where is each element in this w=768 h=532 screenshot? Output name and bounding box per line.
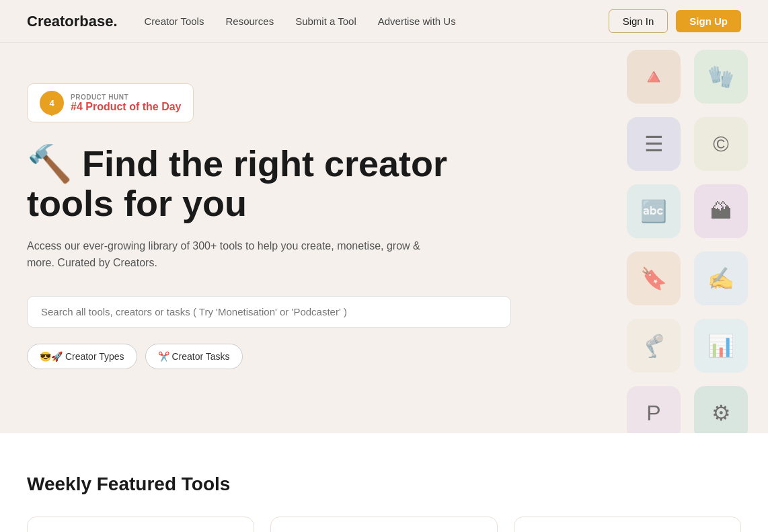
hero-section: 4 PRODUCT HUNT #4 Product of the Day 🔨 F… [0, 43, 768, 433]
featured-section: Weekly Featured Tools mailerliteMailerLi… [0, 433, 768, 532]
badge-number: 4 [40, 91, 64, 115]
deco-icon-2: ☰ [627, 117, 681, 171]
deco-icon-5: 🏔 [694, 184, 748, 238]
hero-content: 4 PRODUCT HUNT #4 Product of the Day 🔨 F… [27, 83, 538, 369]
filter-creator-tasks[interactable]: ✂️ Creator Tasks [145, 344, 243, 369]
nav-link-creator-tools[interactable]: Creator Tools [145, 15, 204, 27]
tools-grid: mailerliteMailerLiteCreate email marketi… [27, 517, 741, 532]
nav-left: Creatorbase. Creator ToolsResourcesSubmi… [27, 13, 456, 30]
badge-label: PRODUCT HUNT [71, 93, 181, 101]
section-title: Weekly Featured Tools [27, 473, 741, 495]
signin-button[interactable]: Sign In [609, 9, 668, 33]
tool-card-webflow[interactable]: WWebflowWebflow empowers designers to bu… [270, 517, 498, 532]
deco-icon-3: © [694, 117, 748, 171]
badge-text: PRODUCT HUNT #4 Product of the Day [71, 93, 181, 113]
deco-icon-11: ⚙ [694, 386, 748, 433]
deco-icon-8: 🦿 [627, 319, 681, 373]
search-input[interactable] [27, 296, 511, 328]
nav-links: Creator ToolsResourcesSubmit a ToolAdver… [145, 15, 456, 27]
product-hunt-badge[interactable]: 4 PRODUCT HUNT #4 Product of the Day [27, 83, 194, 122]
deco-icon-9: 📊 [694, 319, 748, 373]
filter-buttons: 😎🚀 Creator Types✂️ Creator Tasks [27, 344, 538, 369]
deco-icon-1: 🧤 [694, 50, 748, 104]
deco-icon-6: 🔖 [627, 252, 681, 305]
deco-icon-10: P [627, 386, 681, 433]
signup-button[interactable]: Sign Up [676, 10, 741, 32]
hero-heading: 🔨 Find the right creator tools for you [27, 144, 538, 224]
nav-link-advertise[interactable]: Advertise with Us [378, 15, 456, 27]
filter-creator-types[interactable]: 😎🚀 Creator Types [27, 344, 137, 369]
nav-right: Sign In Sign Up [609, 9, 741, 33]
deco-icon-4: 🔤 [627, 184, 681, 238]
tool-card-mailerlite[interactable]: mailerliteMailerLiteCreate email marketi… [27, 517, 254, 532]
nav-link-resources[interactable]: Resources [225, 15, 274, 27]
badge-title: #4 Product of the Day [71, 101, 181, 113]
hero-subtext: Access our ever-growing library of 300+ … [27, 237, 430, 272]
deco-icons: 🔺🧤☰©🔤🏔🔖✍🦿📊P⚙👤💎|🔴 [627, 50, 755, 433]
deco-icon-0: 🔺 [627, 50, 681, 104]
navbar: Creatorbase. Creator ToolsResourcesSubmi… [0, 0, 768, 43]
nav-link-submit-tool[interactable]: Submit a Tool [295, 15, 356, 27]
tool-card-tweethunter[interactable]: 🎯TweethunterHelping you find the best tw… [514, 517, 741, 532]
deco-icon-7: ✍ [694, 252, 748, 305]
site-logo[interactable]: Creatorbase. [27, 13, 118, 30]
